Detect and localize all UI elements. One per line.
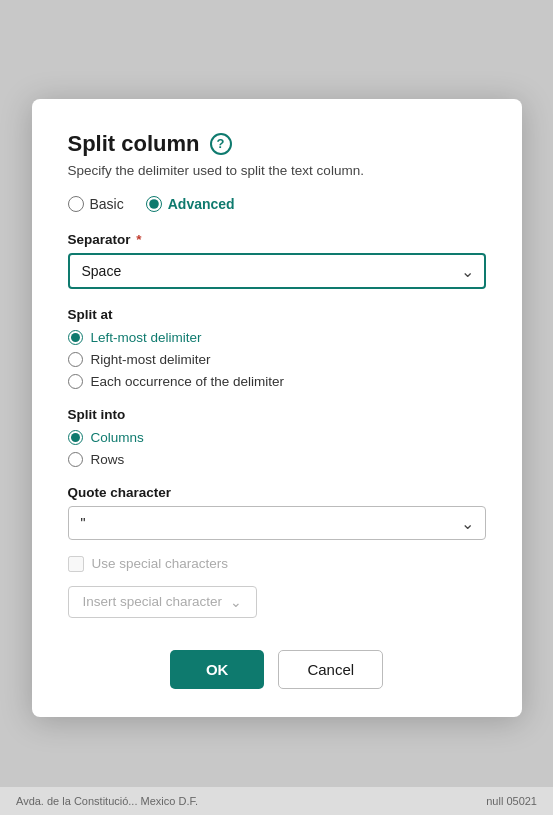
split-at-leftmost-label[interactable]: Left-most delimiter: [68, 330, 486, 345]
bottom-right-text: null 05021: [486, 795, 537, 807]
separator-select[interactable]: Space Comma Tab Colon Semicolon Custom: [68, 253, 486, 289]
use-special-characters-row: Use special characters: [68, 556, 486, 572]
help-icon[interactable]: ?: [210, 133, 232, 155]
insert-special-character-button[interactable]: Insert special character ⌄: [68, 586, 258, 618]
split-into-rows-label[interactable]: Rows: [68, 452, 486, 467]
split-at-rightmost-label[interactable]: Right-most delimiter: [68, 352, 486, 367]
split-into-rows-radio[interactable]: [68, 452, 83, 467]
mode-advanced-text: Advanced: [168, 196, 235, 212]
cancel-button[interactable]: Cancel: [278, 650, 383, 689]
split-at-each-text: Each occurrence of the delimiter: [91, 374, 285, 389]
mode-radio-group: Basic Advanced: [68, 196, 486, 212]
use-special-characters-checkbox[interactable]: [68, 556, 84, 572]
split-at-leftmost-radio[interactable]: [68, 330, 83, 345]
dialog-header: Split column ?: [68, 131, 486, 157]
mode-basic-radio[interactable]: [68, 196, 84, 212]
insert-special-chevron-icon: ⌄: [230, 594, 242, 610]
split-into-label: Split into: [68, 407, 486, 422]
mode-advanced-label[interactable]: Advanced: [146, 196, 235, 212]
quote-select-wrapper: " ' None ⌄: [68, 506, 486, 540]
split-at-rightmost-text: Right-most delimiter: [91, 352, 211, 367]
split-into-columns-radio[interactable]: [68, 430, 83, 445]
split-column-dialog: Split column ? Specify the delimiter use…: [32, 99, 522, 717]
mode-basic-text: Basic: [90, 196, 124, 212]
separator-select-wrapper: Space Comma Tab Colon Semicolon Custom ⌄: [68, 253, 486, 289]
split-at-group: Left-most delimiter Right-most delimiter…: [68, 330, 486, 389]
quote-character-select[interactable]: " ' None: [68, 506, 486, 540]
quote-character-label: Quote character: [68, 485, 486, 500]
split-into-rows-text: Rows: [91, 452, 125, 467]
split-into-group: Columns Rows: [68, 430, 486, 467]
bottom-bar: Avda. de la Constitució... Mexico D.F. n…: [0, 787, 553, 815]
dialog-title: Split column: [68, 131, 200, 157]
split-into-columns-text: Columns: [91, 430, 144, 445]
split-into-columns-label[interactable]: Columns: [68, 430, 486, 445]
split-at-each-radio[interactable]: [68, 374, 83, 389]
use-special-characters-label: Use special characters: [92, 556, 229, 571]
split-at-rightmost-radio[interactable]: [68, 352, 83, 367]
separator-label: Separator *: [68, 232, 486, 247]
ok-button[interactable]: OK: [170, 650, 265, 689]
mode-advanced-radio[interactable]: [146, 196, 162, 212]
split-at-each-label[interactable]: Each occurrence of the delimiter: [68, 374, 486, 389]
bottom-left-text: Avda. de la Constitució... Mexico D.F.: [16, 795, 198, 807]
dialog-subtitle: Specify the delimiter used to split the …: [68, 163, 486, 178]
split-at-label: Split at: [68, 307, 486, 322]
separator-required: *: [136, 232, 141, 247]
insert-special-character-label: Insert special character: [83, 594, 223, 609]
split-at-leftmost-text: Left-most delimiter: [91, 330, 202, 345]
mode-basic-label[interactable]: Basic: [68, 196, 124, 212]
dialog-footer: OK Cancel: [68, 650, 486, 689]
